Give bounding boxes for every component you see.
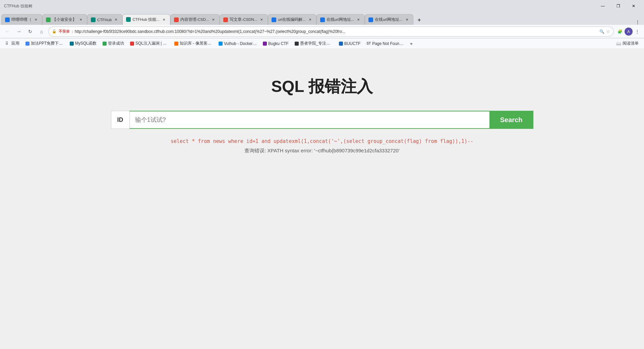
tab-favicon bbox=[174, 17, 179, 22]
new-tab-button[interactable]: + bbox=[415, 15, 424, 25]
tab-favicon bbox=[223, 17, 228, 22]
bookmark-buuctf[interactable]: BUUCTF bbox=[336, 41, 363, 47]
tab-close-icon[interactable]: ✕ bbox=[113, 17, 119, 22]
forward-button[interactable]: → bbox=[14, 27, 23, 36]
tab-title: 内容管理-CSD... bbox=[180, 17, 209, 22]
refresh-button[interactable]: ↻ bbox=[25, 27, 35, 36]
minimize-button[interactable]: — bbox=[595, 1, 610, 11]
tab-title: 在线url网地址... bbox=[375, 17, 402, 22]
id-label: ID bbox=[111, 111, 129, 129]
browser-title: CTFHub 技能树 bbox=[4, 3, 33, 9]
bookmark-label: 加法PPT免费下载 -... bbox=[31, 41, 64, 46]
back-button[interactable]: ← bbox=[3, 27, 12, 36]
tab-url-online2[interactable]: 在线url网地址... ✕ bbox=[365, 14, 413, 25]
login-icon bbox=[103, 42, 107, 46]
address-separator: | bbox=[72, 30, 73, 34]
tab-xiaodi[interactable]: 【小迪安全】 ✕ bbox=[42, 14, 87, 25]
sql-query: select * from news where id=1 and update… bbox=[171, 138, 473, 144]
extensions-button[interactable]: 🧩 bbox=[616, 28, 624, 36]
tab-csdn-content[interactable]: 内容管理-CSD... ✕ bbox=[170, 14, 220, 25]
window-controls: — ❐ ✕ bbox=[595, 1, 641, 11]
page-title: SQL 报错注入 bbox=[271, 76, 373, 97]
tab-close-icon[interactable]: ✕ bbox=[161, 17, 167, 22]
security-icon: 🔓 bbox=[52, 29, 57, 34]
bookmarks-more-button[interactable]: » bbox=[408, 41, 414, 47]
bookmark-label: BUUCTF bbox=[344, 41, 361, 46]
bookmark-icon[interactable]: ☆ bbox=[606, 29, 610, 34]
page-content: SQL 报错注入 ID Search select * from news wh… bbox=[0, 49, 644, 284]
tab-favicon bbox=[46, 17, 51, 22]
st-icon: ST bbox=[366, 42, 371, 45]
bookmark-vulhub[interactable]: Vulhub - Docker-... bbox=[216, 41, 259, 47]
tab-ctfhub-skill[interactable]: CTFHub 技能... ✕ bbox=[122, 14, 170, 25]
tab-title: 在线url网地址... bbox=[327, 17, 354, 22]
buuctf-icon bbox=[339, 42, 343, 46]
search-icon[interactable]: 🔍 bbox=[599, 29, 604, 34]
bookmark-bugku[interactable]: Bugku CTF bbox=[260, 41, 291, 47]
bookmark-label: Vulhub - Docker-... bbox=[224, 41, 257, 46]
address-input-wrap[interactable]: 🔓 不安全 | http://challenge-f0b5f3329ce90bd… bbox=[48, 27, 614, 37]
bookmark-sqli[interactable]: SQL注入漏洞 | 狼... bbox=[127, 40, 171, 47]
security-label: 不安全 bbox=[59, 29, 70, 34]
apps-icon: ⠿ bbox=[5, 41, 10, 46]
bookmark-login[interactable]: 登录成功 bbox=[100, 40, 127, 47]
tab-close-icon[interactable]: ✕ bbox=[211, 17, 216, 22]
address-text[interactable]: http://challenge-f0b5f3329ce90bdc.sandbo… bbox=[75, 29, 597, 34]
tabs-bar: 哔哩哔哩（ ✕ 【小迪安全】 ✕ CTFHub ✕ CTFHub 技能... ✕… bbox=[0, 12, 644, 25]
tab-title: url在线编码解... bbox=[278, 17, 305, 22]
tab-ctfhub[interactable]: CTFHub ✕ bbox=[87, 14, 122, 25]
browser-chrome: CTFHub 技能树 — ❐ ✕ 哔哩哔哩（ ✕ 【小迪安全】 ✕ CTFHub… bbox=[0, 0, 644, 49]
tab-title: 写文章-CSDN... bbox=[230, 17, 257, 22]
bookmark-apps[interactable]: ⠿ 应用 bbox=[3, 40, 22, 47]
tab-favicon bbox=[272, 17, 276, 22]
tab-close-icon[interactable]: ✕ bbox=[404, 17, 410, 22]
tab-title: CTFHub bbox=[97, 18, 112, 22]
address-bar: ← → ↻ ⌂ 🔓 不安全 | http://challenge-f0b5f33… bbox=[0, 25, 644, 38]
tab-close-icon[interactable]: ✕ bbox=[307, 17, 313, 22]
bookmark-label: MySQL函数 bbox=[75, 41, 97, 46]
tab-favicon bbox=[126, 17, 131, 22]
tab-url-encode[interactable]: url在线编码解... ✕ bbox=[268, 14, 316, 25]
account-button[interactable]: A bbox=[625, 28, 633, 36]
kb-icon bbox=[174, 42, 178, 46]
search-button[interactable]: Search bbox=[489, 111, 533, 129]
mysql-icon bbox=[70, 42, 74, 46]
search-form: ID Search bbox=[111, 111, 533, 129]
tab-title: CTFHub 技能... bbox=[132, 17, 159, 22]
tab-favicon bbox=[368, 17, 373, 22]
tab-csdn-write[interactable]: 写文章-CSDN... ✕ bbox=[220, 14, 268, 25]
sqli-icon bbox=[130, 42, 134, 46]
close-button[interactable]: ✕ bbox=[626, 1, 641, 11]
bookmark-label: Bugku CTF bbox=[268, 41, 289, 46]
maximize-button[interactable]: ❐ bbox=[610, 1, 626, 11]
home-button[interactable]: ⌂ bbox=[37, 27, 46, 36]
tab-favicon bbox=[320, 17, 325, 22]
bookmark-mozhe[interactable]: 墨者学院_专注于网... bbox=[292, 40, 336, 47]
query-error: 查询错误: XPATH syntax error: '~ctfhub{b8907… bbox=[244, 148, 400, 154]
tab-close-icon[interactable]: ✕ bbox=[356, 17, 361, 22]
tab-title: 哔哩哔哩（ bbox=[11, 17, 32, 22]
search-input[interactable] bbox=[129, 111, 489, 129]
bookmark-label: 墨者学院_专注于网... bbox=[300, 41, 333, 46]
tab-bilibili[interactable]: 哔哩哔哩（ ✕ bbox=[1, 14, 42, 25]
chrome-menu-button[interactable]: ⋮ bbox=[633, 28, 641, 36]
bookmark-label: Page Not Found |... bbox=[372, 41, 405, 46]
bookmark-label: SQL注入漏洞 | 狼... bbox=[135, 41, 168, 46]
chrome-menu-icon[interactable]: ⋮ bbox=[633, 19, 643, 25]
bookmark-ppt[interactable]: 加法PPT免费下载 -... bbox=[23, 40, 66, 47]
vulhub-icon bbox=[219, 42, 223, 46]
bookmark-label: 知识库 - 像黑客一... bbox=[180, 41, 213, 46]
mozhe-icon bbox=[295, 42, 299, 46]
bookmark-pagenotfound[interactable]: ST Page Not Found |... bbox=[364, 41, 407, 47]
tab-url-online1[interactable]: 在线url网地址... ✕ bbox=[316, 14, 365, 25]
tab-close-icon[interactable]: ✕ bbox=[259, 17, 264, 22]
bookmark-label: 阅读清单 bbox=[623, 41, 639, 46]
tab-title: 【小迪安全】 bbox=[52, 17, 76, 22]
bookmark-knowledge[interactable]: 知识库 - 像黑客一... bbox=[172, 40, 215, 47]
tab-close-icon[interactable]: ✕ bbox=[78, 17, 83, 22]
bookmark-readlist[interactable]: 📖 阅读清单 bbox=[613, 40, 641, 47]
tab-favicon bbox=[91, 17, 96, 22]
tab-close-icon[interactable]: ✕ bbox=[33, 17, 39, 22]
bookmark-label: 应用 bbox=[11, 41, 19, 46]
bookmark-mysql[interactable]: MySQL函数 bbox=[67, 40, 99, 47]
